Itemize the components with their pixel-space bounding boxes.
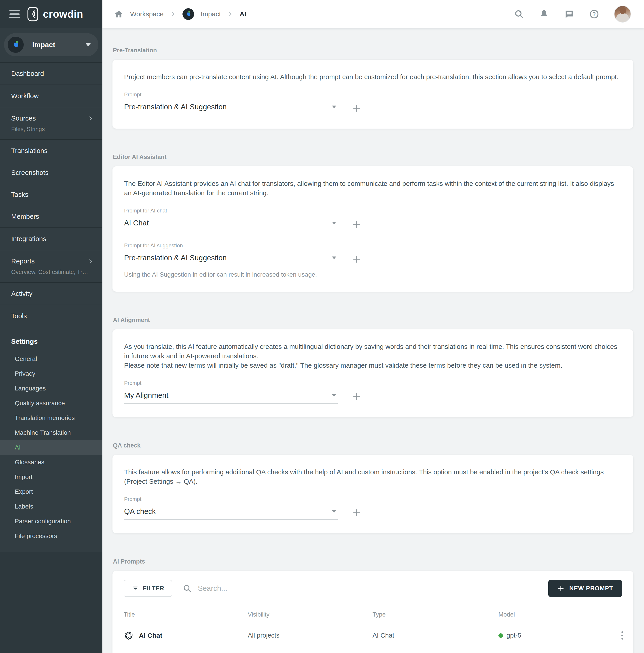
sidebar-item-file-processors[interactable]: File processors bbox=[0, 529, 102, 543]
sidebar-nav: Impact Dashboard Workflow Sources Files,… bbox=[0, 28, 102, 552]
prompts-table-header: Title Visibility Type Model bbox=[113, 606, 633, 623]
search-icon bbox=[182, 584, 192, 593]
section-ai-alignment: AI Alignment As you translate, this AI f… bbox=[113, 317, 633, 417]
prompts-toolbar: FILTER NEW PROMPT bbox=[113, 571, 633, 606]
brand-name: crowdin bbox=[43, 8, 83, 20]
add-prompt-button[interactable] bbox=[352, 220, 361, 229]
search-input[interactable] bbox=[198, 584, 548, 592]
column-header-type: Type bbox=[373, 611, 498, 618]
sidebar-item-sources-sub: Files, Strings bbox=[0, 126, 102, 139]
section-title: AI Alignment bbox=[113, 317, 633, 323]
field-label: Prompt bbox=[124, 92, 622, 98]
section-title: QA check bbox=[113, 442, 633, 449]
add-prompt-button[interactable] bbox=[352, 255, 361, 264]
add-prompt-button[interactable] bbox=[352, 392, 361, 402]
table-row[interactable]: Pre-translation & AI Suggestion All proj… bbox=[113, 648, 633, 653]
sidebar-logo-row: crowdin bbox=[0, 0, 102, 28]
filter-button[interactable]: FILTER bbox=[124, 580, 172, 597]
sidebar-item-dashboard[interactable]: Dashboard bbox=[0, 62, 102, 84]
column-header-visibility: Visibility bbox=[248, 611, 373, 618]
sidebar-item-translation-memories[interactable]: Translation memories bbox=[0, 411, 102, 425]
breadcrumb-workspace[interactable]: Workspace bbox=[130, 10, 164, 18]
plus-icon bbox=[352, 255, 361, 264]
qa-check-prompt-select[interactable]: QA check bbox=[124, 505, 338, 520]
plus-icon bbox=[352, 103, 361, 113]
user-avatar[interactable] bbox=[614, 6, 631, 23]
sidebar: crowdin Impact Dashboard Workflow Source… bbox=[0, 0, 102, 653]
qa-check-card: This feature allows for performing addit… bbox=[113, 455, 633, 533]
alignment-prompt-select[interactable]: My Alignment bbox=[124, 389, 338, 404]
sidebar-item-export[interactable]: Export bbox=[0, 484, 102, 499]
breadcrumb-project[interactable]: Impact bbox=[201, 10, 221, 18]
section-ai-prompts: AI Prompts FILTER NEW PROMPT Title Visi bbox=[113, 558, 633, 653]
sidebar-item-privacy[interactable]: Privacy bbox=[0, 366, 102, 381]
sidebar-item-general[interactable]: General bbox=[0, 352, 102, 366]
chevron-right-icon bbox=[88, 258, 94, 264]
add-prompt-button[interactable] bbox=[352, 508, 361, 517]
field-label: Prompt bbox=[124, 380, 622, 386]
new-prompt-button[interactable]: NEW PROMPT bbox=[548, 580, 622, 597]
pre-translation-prompt-select[interactable]: Pre-translation & AI Suggestion bbox=[124, 101, 338, 115]
chevron-down-icon bbox=[85, 43, 91, 46]
svg-text:?: ? bbox=[593, 11, 596, 17]
home-icon[interactable] bbox=[114, 9, 123, 19]
kebab-menu-icon[interactable] bbox=[620, 630, 624, 641]
pre-translation-card: Project members can pre-translate conten… bbox=[113, 60, 633, 128]
section-description: This feature allows for performing addit… bbox=[124, 467, 622, 486]
crowdin-logo[interactable]: crowdin bbox=[26, 6, 83, 22]
field-label: Prompt bbox=[124, 496, 622, 502]
add-prompt-button[interactable] bbox=[352, 103, 361, 113]
topbar-icons: ? bbox=[514, 6, 631, 23]
ai-suggestion-prompt-select[interactable]: Pre-translation & AI Suggestion bbox=[124, 252, 338, 266]
sidebar-item-parser-configuration[interactable]: Parser configuration bbox=[0, 514, 102, 529]
section-pre-translation: Pre-Translation Project members can pre-… bbox=[113, 47, 633, 128]
sidebar-item-machine-translation[interactable]: Machine Translation bbox=[0, 425, 102, 440]
section-description-2: Please note that new terms will initiall… bbox=[124, 361, 622, 370]
chat-icon[interactable] bbox=[564, 9, 574, 19]
prompt-visibility: All projects bbox=[248, 632, 373, 639]
sidebar-item-glossaries[interactable]: Glossaries bbox=[0, 455, 102, 469]
project-selector[interactable]: Impact bbox=[4, 33, 98, 56]
section-description: As you translate, this AI feature automa… bbox=[124, 342, 622, 361]
sidebar-item-ai[interactable]: AI bbox=[0, 440, 102, 455]
model-status-dot bbox=[498, 633, 503, 638]
sidebar-item-translations[interactable]: Translations bbox=[0, 139, 102, 162]
plus-icon bbox=[352, 508, 361, 517]
search-icon[interactable] bbox=[514, 9, 524, 19]
sidebar-settings-header: Settings bbox=[0, 327, 102, 352]
chevron-down-icon bbox=[332, 257, 336, 259]
main-content: Pre-Translation Project members can pre-… bbox=[102, 28, 644, 653]
sidebar-item-languages[interactable]: Languages bbox=[0, 381, 102, 396]
prompt-ai-suggestion-field: Prompt for AI suggestion Pre-translation… bbox=[124, 242, 622, 278]
topbar: Workspace Impact AI ? bbox=[102, 0, 644, 28]
ai-chat-prompt-select[interactable]: AI Chat bbox=[124, 217, 338, 231]
menu-icon[interactable] bbox=[9, 10, 20, 18]
sidebar-item-reports-sub: Overview, Cost estimate, Transl... bbox=[0, 269, 102, 282]
sidebar-item-screenshots[interactable]: Screenshots bbox=[0, 162, 102, 184]
sidebar-item-import[interactable]: Import bbox=[0, 469, 102, 484]
sidebar-item-integrations[interactable]: Integrations bbox=[0, 227, 102, 250]
section-title: Editor AI Assistant bbox=[113, 154, 633, 161]
sidebar-item-labels[interactable]: Labels bbox=[0, 499, 102, 514]
bell-icon[interactable] bbox=[539, 9, 549, 19]
prompt-type: AI Chat bbox=[373, 632, 498, 639]
table-row[interactable]: AI Chat All projects AI Chat gpt-5 bbox=[113, 623, 633, 648]
sidebar-filler bbox=[0, 552, 102, 653]
sidebar-item-tools[interactable]: Tools bbox=[0, 305, 102, 327]
project-selector-label: Impact bbox=[32, 41, 55, 49]
prompts-search bbox=[182, 584, 548, 593]
openai-icon bbox=[124, 630, 134, 641]
crowdin-logo-icon bbox=[26, 6, 39, 22]
column-header-title: Title bbox=[124, 611, 248, 618]
section-title: Pre-Translation bbox=[113, 47, 633, 54]
chevron-right-icon bbox=[170, 11, 176, 17]
plus-icon bbox=[352, 220, 361, 229]
help-icon[interactable]: ? bbox=[589, 9, 599, 19]
sidebar-item-members[interactable]: Members bbox=[0, 205, 102, 227]
prompt-ai-chat-field: Prompt for AI chat AI Chat bbox=[124, 208, 622, 231]
sidebar-item-workflow[interactable]: Workflow bbox=[0, 84, 102, 107]
breadcrumb-project-avatar bbox=[182, 8, 194, 20]
sidebar-item-tasks[interactable]: Tasks bbox=[0, 184, 102, 205]
sidebar-item-quality-assurance[interactable]: Quality assurance bbox=[0, 396, 102, 411]
sidebar-item-activity[interactable]: Activity bbox=[0, 282, 102, 305]
